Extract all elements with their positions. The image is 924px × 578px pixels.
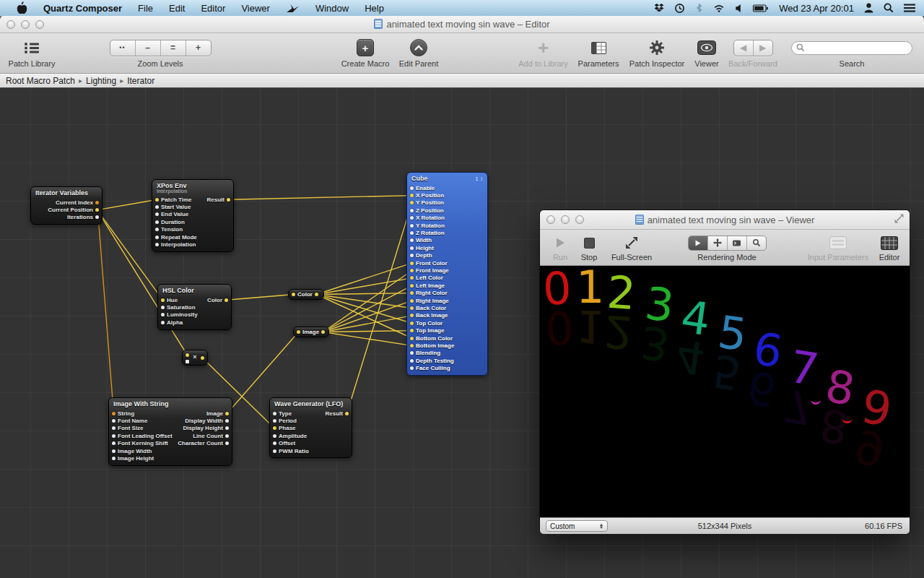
port-y-position[interactable]: [410, 201, 414, 204]
time-machine-icon[interactable]: [674, 3, 685, 14]
toolbar-patch-inspector[interactable]: Patch Inspector: [625, 38, 689, 68]
forward-button[interactable]: ▶: [754, 40, 772, 56]
input-parameters-button[interactable]: Input Parameters: [803, 233, 873, 262]
port-image[interactable]: [225, 412, 229, 415]
patch-node-wave-generator[interactable]: Wave Generator (LFO)TypeResultPeriodPhas…: [269, 397, 352, 458]
zoom-out-button[interactable]: –: [136, 40, 161, 56]
zoom-in-button[interactable]: +: [186, 40, 211, 56]
zoom-actual-button[interactable]: =: [161, 40, 186, 56]
apple-menu[interactable]: [9, 0, 35, 16]
port-duration[interactable]: [155, 220, 159, 224]
port-depth-testing[interactable]: [410, 359, 414, 363]
port-x-position[interactable]: [410, 194, 414, 197]
port-interpolation[interactable]: [155, 243, 159, 246]
toolbar-patch-library[interactable]: Patch Library: [3, 38, 61, 68]
port-left-color[interactable]: [410, 276, 414, 280]
port-hue[interactable]: [161, 298, 165, 302]
port-patch-time[interactable]: [155, 198, 159, 202]
port-period[interactable]: [273, 419, 276, 423]
port-alpha[interactable]: [161, 321, 165, 324]
minimize-button[interactable]: [21, 20, 30, 29]
port-line-count[interactable]: [225, 434, 229, 438]
zoom-button[interactable]: [35, 20, 44, 29]
port-x-rotation[interactable]: [410, 216, 414, 220]
layer-badge[interactable]: 1 ↕: [475, 176, 483, 182]
patch-node-cube[interactable]: Cube1 ↕EnableX PositionY PositionZ Posit…: [406, 172, 488, 376]
notification-center-icon[interactable]: [904, 4, 915, 12]
patch-node-xpos-env[interactable]: XPos EnvInterpolationPatch TimeResultSta…: [152, 179, 234, 252]
port-amplitude[interactable]: [273, 434, 276, 438]
port-out[interactable]: [201, 356, 204, 360]
port-height[interactable]: [410, 246, 414, 250]
port-string[interactable]: [112, 412, 116, 415]
menu-editor[interactable]: Editor: [193, 0, 233, 16]
port-depth[interactable]: [410, 254, 414, 257]
port-offset[interactable]: [273, 441, 276, 445]
port-bottom-color[interactable]: [410, 337, 414, 340]
port-iterations[interactable]: [95, 215, 99, 219]
render-zoom-button[interactable]: [747, 236, 766, 250]
close-button[interactable]: [546, 215, 555, 224]
render-play-button[interactable]: [689, 236, 708, 250]
port-back-color[interactable]: [410, 306, 414, 310]
battery-icon[interactable]: [752, 4, 769, 13]
spotlight-icon[interactable]: [884, 3, 894, 13]
port-front-image[interactable]: [410, 269, 414, 272]
port-result[interactable]: [345, 412, 349, 415]
user-icon[interactable]: [864, 3, 873, 13]
viewer-titlebar[interactable]: animated text moving sin wave – Viewer: [540, 210, 910, 230]
port-result[interactable]: [227, 198, 230, 202]
port-image-height[interactable]: [112, 457, 116, 460]
render-console-button[interactable]: [728, 236, 747, 250]
breadcrumb-lighting[interactable]: Lighting: [86, 76, 116, 86]
toolbar-viewer[interactable]: Viewer: [690, 38, 723, 68]
port-in2[interactable]: [186, 360, 189, 363]
patch-node-image-with-string[interactable]: Image With StringStringImageFont NameDis…: [108, 397, 232, 466]
port-in1[interactable]: [186, 353, 189, 357]
patch-node-image-splitter[interactable]: Image: [293, 327, 329, 337]
menu-edit[interactable]: Edit: [161, 0, 193, 16]
back-button[interactable]: ◀: [734, 40, 754, 56]
search-field[interactable]: [791, 41, 912, 55]
port-bottom-image[interactable]: [410, 344, 414, 348]
menubar-clock[interactable]: Wed 23 Apr 20:01: [779, 3, 854, 14]
toolbar-create-macro[interactable]: + Create Macro: [338, 38, 393, 68]
port-color[interactable]: [225, 298, 228, 302]
run-button[interactable]: Run: [547, 233, 573, 262]
menu-app-name[interactable]: Quartz Composer: [35, 3, 130, 14]
dropbox-icon[interactable]: [654, 4, 664, 13]
port-top-image[interactable]: [410, 329, 414, 332]
patch-node-multiply[interactable]: ×: [182, 350, 208, 366]
port-character-count[interactable]: [225, 441, 229, 445]
port-out[interactable]: [321, 330, 325, 334]
port-face-culling[interactable]: [410, 366, 414, 370]
patch-node-hsl-color[interactable]: HSL ColorHueColorSaturationLuminosityAlp…: [157, 284, 232, 330]
port-out[interactable]: [315, 293, 318, 296]
menu-window[interactable]: Window: [308, 0, 357, 16]
port-right-image[interactable]: [410, 299, 414, 303]
toolbar-add-to-library[interactable]: + Add to Library: [513, 38, 574, 68]
menu-file[interactable]: File: [130, 0, 161, 16]
patch-node-color-splitter[interactable]: Color: [288, 289, 324, 300]
render-move-button[interactable]: [708, 236, 728, 250]
full-screen-button[interactable]: Full-Screen: [605, 233, 658, 262]
port-top-color[interactable]: [410, 322, 414, 325]
toolbar-edit-parent[interactable]: Edit Parent: [394, 38, 443, 68]
toolbar-parameters[interactable]: Parameters: [575, 38, 622, 68]
volume-icon[interactable]: [735, 4, 742, 13]
port-width[interactable]: [410, 238, 414, 242]
menu-viewer[interactable]: Viewer: [233, 0, 278, 16]
bluetooth-icon[interactable]: [695, 3, 703, 13]
port-current-position[interactable]: [95, 208, 99, 212]
port-phase[interactable]: [273, 426, 276, 430]
port-in[interactable]: [297, 330, 300, 334]
resize-icon[interactable]: [894, 213, 910, 226]
port-left-image[interactable]: [410, 284, 414, 288]
zoom-dots-button[interactable]: ••: [110, 40, 136, 56]
port-z-position[interactable]: [410, 209, 414, 212]
port-type[interactable]: [273, 412, 276, 415]
port-font-leading-offset[interactable]: [112, 434, 116, 438]
port-enable[interactable]: [410, 186, 414, 190]
wifi-icon[interactable]: [713, 4, 725, 12]
port-end-value[interactable]: [155, 212, 159, 216]
